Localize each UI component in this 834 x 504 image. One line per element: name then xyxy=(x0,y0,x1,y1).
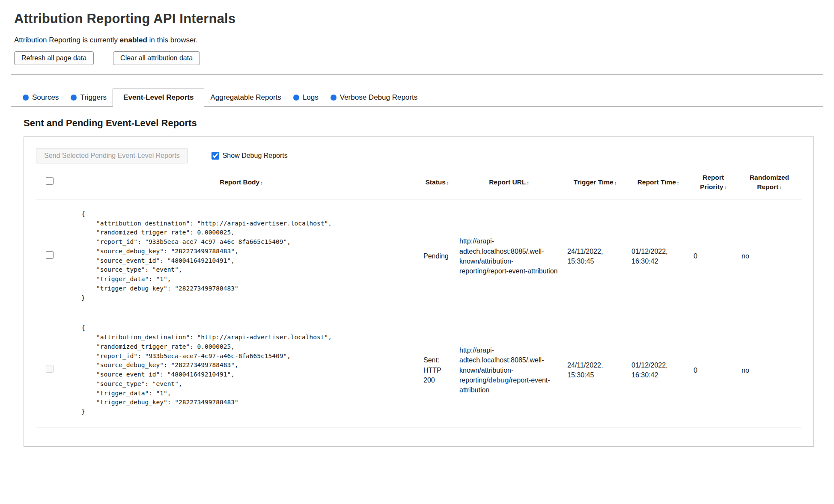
row-select-cell xyxy=(36,313,63,427)
divider xyxy=(11,74,823,75)
report-body-cell: { "attribution_destination": "http://ara… xyxy=(63,199,419,313)
header-report-body[interactable]: Report Body↕ xyxy=(63,169,419,199)
table-header-row: Report Body↕ Status↕ Report URL↕ Trigger… xyxy=(36,169,801,199)
tabstrip: Sources Triggers Event-Level Reports Agg… xyxy=(11,89,823,107)
sort-icon: ↕ xyxy=(677,180,679,185)
header-trigger-time[interactable]: Trigger Time↕ xyxy=(563,169,627,199)
header-report-time[interactable]: Report Time↕ xyxy=(627,169,689,199)
reports-table: Report Body↕ Status↕ Report URL↕ Trigger… xyxy=(36,169,801,427)
blue-dot-icon xyxy=(23,95,29,101)
event-level-reports-section: Sent and Pending Event-Level Reports Sen… xyxy=(24,118,814,447)
header-status[interactable]: Status↕ xyxy=(419,169,455,199)
header-label: Report Priority xyxy=(700,174,724,190)
status-enabled-text: enabled xyxy=(120,36,147,44)
tab-label: Logs xyxy=(303,93,319,102)
report-time-cell: 01/12/2022, 16:30:42 xyxy=(627,313,689,427)
tab-label: Aggregatable Reports xyxy=(210,93,281,102)
sort-icon: ↕ xyxy=(527,180,529,185)
blue-dot-icon xyxy=(331,95,337,101)
header-label: Status xyxy=(426,178,446,186)
tab-verbose-debug-reports[interactable]: Verbose Debug Reports xyxy=(325,89,423,106)
tab-label: Verbose Debug Reports xyxy=(340,93,417,102)
tab-label: Sources xyxy=(32,93,59,102)
sort-icon: ↕ xyxy=(447,180,449,185)
header-label: Report URL xyxy=(489,178,526,186)
header-report-url[interactable]: Report URL↕ xyxy=(455,169,563,199)
report-time-cell: 01/12/2022, 16:30:42 xyxy=(627,199,689,313)
tab-label: Triggers xyxy=(80,93,107,102)
randomized-report-cell: no xyxy=(737,199,801,313)
table-row: { "attribution_destination": "http://ara… xyxy=(36,199,801,313)
tab-label: Event-Level Reports xyxy=(123,93,194,102)
clear-all-button[interactable]: Clear all attribution data xyxy=(113,51,200,65)
header-label: Report Body xyxy=(220,178,259,186)
header-randomized-report[interactable]: Randomized Report↕ xyxy=(737,169,801,199)
trigger-time-cell: 24/11/2022, 15:30:45 xyxy=(563,313,627,427)
randomized-report-cell: no xyxy=(737,313,801,427)
status-text-prefix: Attribution Reporting is currently xyxy=(14,36,120,44)
debug-link[interactable]: debug xyxy=(488,377,509,384)
page-title: Attribution Reporting API Internals xyxy=(14,11,823,27)
report-url-text: http://arapi-adtech.localhost:8085/.well… xyxy=(459,237,557,275)
report-body-json: { "attribution_destination": "http://ara… xyxy=(68,323,415,417)
header-label: Randomized Report xyxy=(750,174,789,190)
tab-sources[interactable]: Sources xyxy=(17,89,65,106)
report-body-cell: { "attribution_destination": "http://ara… xyxy=(63,313,419,427)
tab-logs[interactable]: Logs xyxy=(287,89,325,106)
header-label: Report Time xyxy=(637,178,676,186)
sort-icon: ↕ xyxy=(779,185,782,190)
sort-icon: ↕ xyxy=(724,185,727,190)
row-select-cell xyxy=(36,199,63,313)
send-selected-button[interactable]: Send Selected Pending Event-Level Report… xyxy=(36,148,188,163)
status-text-suffix: in this browser. xyxy=(147,36,198,44)
header-select-all xyxy=(36,169,63,199)
row-checkbox[interactable] xyxy=(46,251,54,259)
tab-event-level-reports[interactable]: Event-Level Reports xyxy=(113,89,204,107)
show-debug-checkbox[interactable] xyxy=(211,152,219,160)
report-priority-cell: 0 xyxy=(689,199,737,313)
report-priority-cell: 0 xyxy=(689,313,737,427)
sort-icon: ↕ xyxy=(260,180,263,185)
row-checkbox-disabled[interactable] xyxy=(46,365,54,373)
show-debug-label: Show Debug Reports xyxy=(223,152,288,160)
section-heading: Sent and Pending Event-Level Reports xyxy=(24,118,814,129)
header-report-priority[interactable]: Report Priority↕ xyxy=(689,169,737,199)
blue-dot-icon xyxy=(71,95,77,101)
sort-icon: ↕ xyxy=(614,180,617,185)
status-cell: Pending xyxy=(419,199,455,313)
panel-controls: Send Selected Pending Event-Level Report… xyxy=(36,148,801,163)
reports-panel: Send Selected Pending Event-Level Report… xyxy=(24,136,814,447)
trigger-time-cell: 24/11/2022, 15:30:45 xyxy=(563,199,627,313)
tab-triggers[interactable]: Triggers xyxy=(65,89,113,106)
refresh-all-button[interactable]: Refresh all page data xyxy=(14,51,94,65)
header-label: Trigger Time xyxy=(574,178,614,186)
status-line: Attribution Reporting is currently enabl… xyxy=(14,36,823,44)
blue-dot-icon xyxy=(293,95,299,101)
select-all-checkbox[interactable] xyxy=(46,177,54,185)
show-debug-toggle[interactable]: Show Debug Reports xyxy=(211,152,288,160)
status-cell: Sent: HTTP 200 xyxy=(419,313,455,427)
toolbar: Refresh all page data Clear all attribut… xyxy=(14,51,823,65)
report-url-cell: http://arapi-adtech.localhost:8085/.well… xyxy=(455,199,563,313)
report-body-json: { "attribution_destination": "http://ara… xyxy=(68,210,415,303)
report-url-cell: http://arapi-adtech.localhost:8085/.well… xyxy=(455,313,563,427)
attribution-internals-page: Attribution Reporting API Internals Attr… xyxy=(0,0,834,460)
tab-aggregatable-reports[interactable]: Aggregatable Reports xyxy=(204,89,287,106)
table-row: { "attribution_destination": "http://ara… xyxy=(36,313,801,427)
